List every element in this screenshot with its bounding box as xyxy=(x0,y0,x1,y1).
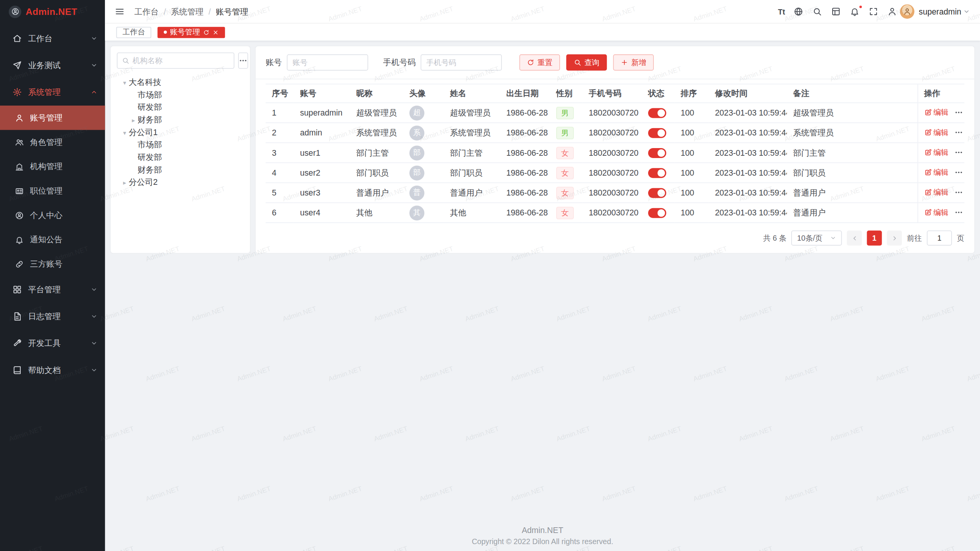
cell-nickname: 普通用户 xyxy=(350,183,403,203)
table-row: 2admin系统管理员系系统管理员1986-06-28男180200307201… xyxy=(266,123,964,143)
status-toggle[interactable] xyxy=(648,128,666,138)
sidebar-item-label: 职位管理 xyxy=(30,185,62,196)
goto-page-input[interactable] xyxy=(927,230,952,245)
sidebar-item-help-docs[interactable]: 帮助文档 xyxy=(0,357,105,383)
sidebar-item-personal-center[interactable]: 个人中心 xyxy=(0,203,105,228)
sidebar-item-third-party-account[interactable]: 三方账号 xyxy=(0,252,105,276)
row-actions: 编辑 xyxy=(924,127,963,138)
sidebar-item-position-management[interactable]: 职位管理 xyxy=(0,179,105,203)
edit-button[interactable]: 编辑 xyxy=(924,207,949,218)
sidebar-item-platform-management[interactable]: 平台管理 xyxy=(0,276,105,303)
sidebar-item-label: 个人中心 xyxy=(30,210,62,221)
edit-icon xyxy=(924,129,932,137)
status-toggle[interactable] xyxy=(648,188,666,198)
tree-node[interactable]: 财务部 xyxy=(117,164,243,176)
add-button[interactable]: 新增 xyxy=(613,54,654,70)
org-more-button[interactable] xyxy=(238,52,248,68)
user-menu[interactable]: superadmin xyxy=(900,4,970,19)
sidebar-item-dev-tools[interactable]: 开发工具 xyxy=(0,330,105,357)
header-profile-button[interactable] xyxy=(887,7,898,16)
cell-birthdate: 1986-06-28 xyxy=(500,143,550,163)
edit-button[interactable]: 编辑 xyxy=(924,147,949,158)
tree-caret-icon[interactable]: ▾ xyxy=(121,129,129,136)
cell-modified: 2023-01-03 10:59:44 xyxy=(709,103,787,123)
sidebar-item-workbench[interactable]: 工作台 xyxy=(0,25,105,52)
sidebar-item-role-management[interactable]: 角色管理 xyxy=(0,130,105,155)
breadcrumb-item[interactable]: 系统管理 xyxy=(171,6,204,17)
reset-button[interactable]: 重置 xyxy=(519,54,560,70)
breadcrumb-item[interactable]: 工作台 xyxy=(134,6,159,17)
status-toggle[interactable] xyxy=(648,108,666,118)
tree-caret-icon[interactable]: ▸ xyxy=(129,116,137,123)
tab-refresh-icon[interactable] xyxy=(203,29,209,35)
tree-node[interactable]: 市场部 xyxy=(117,139,243,151)
collapse-menu-icon[interactable] xyxy=(115,7,124,16)
more-dots-icon xyxy=(954,108,963,117)
page-size-select[interactable]: 10条/页 xyxy=(791,230,842,245)
cell-index: 1 xyxy=(266,103,294,123)
tree-node[interactable]: 研发部 xyxy=(117,151,243,164)
pagination: 共 6 条 10条/页 1 前往 页 xyxy=(266,225,964,247)
row-actions: 编辑 xyxy=(924,207,963,218)
tree-node[interactable]: 市场部 xyxy=(117,89,243,101)
sidebar-item-account-management[interactable]: 账号管理 xyxy=(0,106,105,130)
tab-0[interactable]: 工作台 xyxy=(116,26,151,37)
logo-text: Admin.NET xyxy=(26,6,77,17)
edit-button[interactable]: 编辑 xyxy=(924,167,949,178)
row-more-button[interactable] xyxy=(954,188,963,197)
sidebar-item-log-management[interactable]: 日志管理 xyxy=(0,303,105,330)
cell-phone: 18020030720 xyxy=(583,163,642,183)
breadcrumb-item[interactable]: 账号管理 xyxy=(216,6,248,17)
next-page-button[interactable] xyxy=(887,230,902,245)
sidebar-item-business-test[interactable]: 业务测试 xyxy=(0,52,105,79)
tree-node[interactable]: ▾分公司1 xyxy=(117,126,243,139)
tree-node[interactable]: ▸财务部 xyxy=(117,114,243,126)
tree-node[interactable]: ▸分公司2 xyxy=(117,176,243,189)
sidebar-item-notice-announcement[interactable]: 通知公告 xyxy=(0,227,105,252)
org-tree: ▾大名科技市场部研发部▸财务部▾分公司1市场部研发部财务部▸分公司2 xyxy=(117,76,243,189)
sidebar-item-org-management[interactable]: 机构管理 xyxy=(0,154,105,179)
prev-page-button[interactable] xyxy=(847,230,862,245)
phone-input[interactable] xyxy=(421,54,502,70)
org-search-input[interactable] xyxy=(132,56,229,65)
tree-node-label: 财务部 xyxy=(137,164,162,175)
header-layout-button[interactable] xyxy=(831,7,841,16)
org-search-field[interactable] xyxy=(117,52,234,68)
header-fullscreen-button[interactable] xyxy=(868,7,879,16)
page-number-1[interactable]: 1 xyxy=(867,230,882,245)
row-more-button[interactable] xyxy=(954,168,963,177)
tree-node[interactable]: 研发部 xyxy=(117,101,243,114)
status-toggle[interactable] xyxy=(648,208,666,218)
logo[interactable]: Admin.NET xyxy=(0,0,105,23)
user-avatar[interactable] xyxy=(900,4,915,19)
row-more-button[interactable] xyxy=(954,148,963,157)
account-input[interactable] xyxy=(287,54,368,70)
tab-active[interactable]: 账号管理 xyxy=(157,26,225,37)
pagination-total: 共 6 条 xyxy=(763,233,786,243)
cell-remark: 普通用户 xyxy=(787,203,918,223)
cell-remark: 部门职员 xyxy=(787,163,918,183)
cell-birthdate: 1986-06-28 xyxy=(500,203,550,223)
header-search-button[interactable] xyxy=(812,7,823,16)
tab-close-icon[interactable] xyxy=(212,29,219,35)
edit-button[interactable]: 编辑 xyxy=(924,127,949,138)
edit-icon xyxy=(924,189,932,196)
tree-caret-icon[interactable]: ▸ xyxy=(121,179,129,186)
header-language-button[interactable] xyxy=(793,7,804,16)
row-more-button[interactable] xyxy=(954,128,963,137)
tree-caret-icon[interactable]: ▾ xyxy=(121,79,129,86)
status-toggle[interactable] xyxy=(648,168,666,178)
edit-button[interactable]: 编辑 xyxy=(924,107,949,118)
row-more-button[interactable] xyxy=(954,208,963,217)
header-notification-button[interactable] xyxy=(849,7,860,16)
row-more-button[interactable] xyxy=(954,108,963,117)
edit-button[interactable]: 编辑 xyxy=(924,187,949,198)
table-row: 1superadmin超级管理员超超级管理员1986-06-28男1802003… xyxy=(266,103,964,123)
header-font-size-button[interactable]: Tt xyxy=(778,7,785,16)
tree-node[interactable]: ▾大名科技 xyxy=(117,76,243,89)
search-button[interactable]: 查询 xyxy=(566,54,607,70)
sidebar-item-system-management[interactable]: 系统管理 xyxy=(0,79,105,106)
query-buttons: 重置 查询 新增 xyxy=(519,54,654,70)
username[interactable]: superadmin xyxy=(919,7,961,16)
status-toggle[interactable] xyxy=(648,148,666,158)
